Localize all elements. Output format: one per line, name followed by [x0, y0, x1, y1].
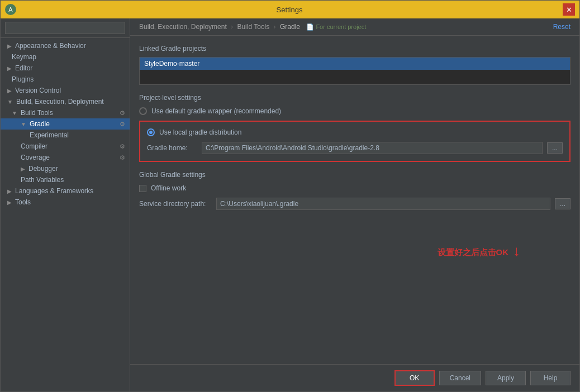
sidebar-item-plugins[interactable]: Plugins: [1, 74, 130, 85]
config-icon: ⚙: [120, 143, 125, 150]
project-level-label: Project-level settings: [139, 94, 571, 102]
sidebar-item-path-variables[interactable]: Path Variables: [1, 174, 130, 185]
sidebar-item-tools[interactable]: ▶ Tools: [1, 197, 130, 208]
settings-content: Linked Gradle projects StyleDemo-master …: [130, 36, 579, 364]
arrow-icon: ▶: [21, 166, 25, 172]
offline-work-checkbox[interactable]: [139, 185, 146, 192]
sidebar-item-coverage[interactable]: Coverage ⚙: [1, 152, 130, 163]
config-icon: ⚙: [120, 109, 125, 117]
sidebar-item-experimental[interactable]: Experimental: [1, 130, 130, 141]
for-project-badge: 📄 For current project: [306, 23, 366, 30]
breadcrumb: Build, Execution, Deployment › Build Too…: [139, 23, 366, 31]
sidebar-item-version-control[interactable]: ▶ Version Control: [1, 85, 130, 96]
sidebar-item-languages[interactable]: ▶ Languages & Frameworks: [1, 185, 130, 197]
gradle-home-row: Gradle home: ...: [147, 142, 563, 154]
sidebar-item-build-tools[interactable]: ▼ Build Tools ⚙: [1, 107, 130, 118]
arrow-icon: ▼: [21, 121, 26, 127]
service-dir-input[interactable]: [216, 198, 550, 210]
content-area: ▶ Appearance & Behavior Keymap ▶ Editor …: [1, 18, 579, 391]
arrow-icon: ▶: [7, 65, 12, 71]
apply-button[interactable]: Apply: [486, 371, 526, 385]
radio-local-dist[interactable]: [147, 128, 155, 136]
config-icon: ⚙: [120, 121, 125, 128]
sidebar-item-compiler[interactable]: Compiler ⚙: [1, 141, 130, 152]
sidebar-item-editor[interactable]: ▶ Editor: [1, 63, 130, 74]
sidebar-item-keymap[interactable]: Keymap: [1, 51, 130, 63]
sidebar-item-build-exec[interactable]: ▼ Build, Execution, Deployment: [1, 96, 130, 107]
cancel-button[interactable]: Cancel: [439, 371, 481, 385]
arrow-icon: ▼: [7, 99, 13, 105]
sidebar-item-gradle[interactable]: ▼ Gradle ⚙: [1, 118, 130, 130]
help-button[interactable]: Help: [530, 371, 571, 385]
sidebar-item-debugger[interactable]: ▶ Debugger: [1, 163, 130, 174]
arrow-icon: ▶: [7, 188, 12, 194]
annotation-text: 设置好之后点击OK: [438, 247, 509, 258]
main-panel: Build, Execution, Deployment › Build Too…: [130, 18, 579, 391]
arrow-icon: ▶: [7, 199, 12, 205]
sidebar: ▶ Appearance & Behavior Keymap ▶ Editor …: [1, 18, 130, 391]
bottom-bar: OK Cancel Apply Help: [130, 364, 579, 391]
linked-projects-label: Linked Gradle projects: [139, 45, 571, 52]
nav-tree: ▶ Appearance & Behavior Keymap ▶ Editor …: [1, 38, 130, 391]
radio-default-wrapper[interactable]: [139, 107, 147, 115]
search-bar: [1, 18, 130, 38]
offline-work-label: Offline work: [151, 184, 186, 192]
gradle-settings-box: Use local gradle distribution Gradle hom…: [139, 121, 571, 162]
global-settings-label: Global Gradle settings: [139, 171, 571, 179]
config-icon: ⚙: [120, 154, 125, 161]
reset-button[interactable]: Reset: [553, 23, 571, 31]
annotation-area: 设置好之后点击OK ↓: [139, 243, 571, 258]
app-icon: A: [5, 4, 16, 15]
linked-projects-list: StyleDemo-master: [139, 57, 571, 85]
title-bar: A Settings ✕: [1, 1, 579, 18]
radio-default-wrapper-row: Use default gradle wrapper (recommended): [139, 107, 571, 115]
service-dir-row: Service directory path: ...: [139, 198, 571, 210]
radio-local-dist-label: Use local gradle distribution: [159, 128, 241, 136]
offline-work-row: Offline work: [139, 184, 571, 192]
sidebar-item-appearance[interactable]: ▶ Appearance & Behavior: [1, 40, 130, 51]
gradle-home-label: Gradle home:: [147, 144, 197, 152]
settings-dialog: A Settings ✕ ▶ Appearance & Behavior Key…: [0, 0, 580, 392]
service-dir-browse-button[interactable]: ...: [555, 198, 571, 209]
dialog-title: Settings: [16, 6, 563, 14]
arrow-icon: ▶: [7, 43, 12, 49]
close-button[interactable]: ✕: [563, 3, 575, 16]
arrow-icon: ▶: [7, 88, 12, 94]
radio-local-dist-row: Use local gradle distribution: [147, 128, 563, 136]
gradle-home-input[interactable]: [202, 142, 543, 154]
search-input[interactable]: [5, 22, 125, 34]
annotation-arrow: ↓: [513, 243, 520, 258]
service-dir-label: Service directory path:: [139, 200, 212, 208]
linked-project-item[interactable]: StyleDemo-master: [140, 58, 570, 70]
arrow-icon: ▼: [12, 110, 17, 116]
breadcrumb-bar: Build, Execution, Deployment › Build Too…: [130, 18, 579, 36]
radio-default-wrapper-label: Use default gradle wrapper (recommended): [151, 107, 281, 115]
ok-button[interactable]: OK: [394, 370, 435, 386]
gradle-home-browse-button[interactable]: ...: [547, 142, 563, 154]
